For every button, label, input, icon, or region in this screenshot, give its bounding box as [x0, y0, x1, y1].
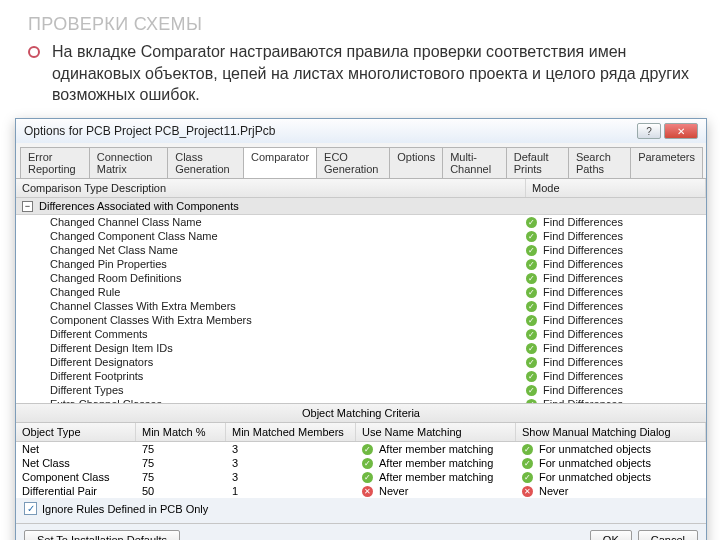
cell-desc: Changed Rule	[16, 286, 526, 298]
criteria-row[interactable]: Differential Pair501✕Never✕Never	[16, 484, 706, 498]
checkbox-label: Ignore Rules Defined in PCB Only	[42, 503, 208, 515]
bullet-row: На вкладке Comparator настраиваются прав…	[0, 41, 720, 116]
cell-desc: Component Classes With Extra Members	[16, 314, 526, 326]
grid-rows: Changed Channel Class Name✓Find Differen…	[16, 215, 706, 403]
cell-mode[interactable]: ✓Find Differences	[526, 258, 706, 270]
tab-options[interactable]: Options	[389, 147, 443, 178]
ok-button[interactable]: OK	[590, 530, 632, 540]
tab-error-reporting[interactable]: Error Reporting	[20, 147, 90, 178]
table-row[interactable]: Changed Net Class Name✓Find Differences	[16, 243, 706, 257]
check-icon: ✓	[526, 287, 537, 298]
check-icon: ✓	[526, 343, 537, 354]
check-icon: ✓	[362, 444, 373, 455]
dialog-footer: Set To Installation Defaults OK Cancel	[16, 523, 706, 540]
cell-mode[interactable]: ✓Find Differences	[526, 314, 706, 326]
check-icon: ✓	[526, 357, 537, 368]
cell-mode[interactable]: ✓Find Differences	[526, 216, 706, 228]
comparator-panel: Comparison Type Description Mode − Diffe…	[16, 179, 706, 540]
cell-mode[interactable]: ✓Find Differences	[526, 398, 706, 403]
group-row[interactable]: − Differences Associated with Components	[16, 198, 706, 215]
check-icon: ✓	[526, 301, 537, 312]
table-row[interactable]: Extra Channel Classes✓Find Differences	[16, 397, 706, 403]
cell-desc: Extra Channel Classes	[16, 398, 526, 403]
table-row[interactable]: Channel Classes With Extra Members✓Find …	[16, 299, 706, 313]
tab-multi-channel[interactable]: Multi-Channel	[442, 147, 507, 178]
cell-mode[interactable]: ✓Find Differences	[526, 244, 706, 256]
tab-eco-generation[interactable]: ECO Generation	[316, 147, 390, 178]
tab-parameters[interactable]: Parameters	[630, 147, 703, 178]
check-icon: ✓	[526, 245, 537, 256]
check-icon: ✓	[522, 458, 533, 469]
table-row[interactable]: Changed Rule✓Find Differences	[16, 285, 706, 299]
col-use-name[interactable]: Use Name Matching	[356, 423, 516, 441]
tabs: Error ReportingConnection MatrixClass Ge…	[16, 143, 706, 179]
col-min-members[interactable]: Min Matched Members	[226, 423, 356, 441]
criteria-title: Object Matching Criteria	[16, 403, 706, 423]
cell-mode[interactable]: ✓Find Differences	[526, 370, 706, 382]
cell-mode[interactable]: ✓Find Differences	[526, 286, 706, 298]
tab-comparator[interactable]: Comparator	[243, 147, 317, 178]
tab-search-paths[interactable]: Search Paths	[568, 147, 631, 178]
check-icon: ✓	[526, 273, 537, 284]
cell-mode[interactable]: ✓Find Differences	[526, 272, 706, 284]
cell-desc: Changed Component Class Name	[16, 230, 526, 242]
cell-mode[interactable]: ✓Find Differences	[526, 342, 706, 354]
table-row[interactable]: Changed Room Definitions✓Find Difference…	[16, 271, 706, 285]
titlebar: Options for PCB Project PCB_Project11.Pr…	[16, 119, 706, 143]
table-row[interactable]: Component Classes With Extra Members✓Fin…	[16, 313, 706, 327]
criteria-row[interactable]: Net Class753✓After member matching✓For u…	[16, 456, 706, 470]
cell-mode[interactable]: ✓Find Differences	[526, 300, 706, 312]
cell-mode[interactable]: ✓Find Differences	[526, 328, 706, 340]
cell-desc: Channel Classes With Extra Members	[16, 300, 526, 312]
cell-desc: Different Types	[16, 384, 526, 396]
col-desc[interactable]: Comparison Type Description	[16, 179, 526, 197]
help-button[interactable]: ?	[637, 123, 661, 139]
check-icon: ✓	[526, 399, 537, 404]
bullet-text: На вкладке Comparator настраиваются прав…	[52, 41, 692, 106]
table-row[interactable]: Different Design Item IDs✓Find Differenc…	[16, 341, 706, 355]
cross-icon: ✕	[362, 486, 373, 497]
tab-connection-matrix[interactable]: Connection Matrix	[89, 147, 168, 178]
options-dialog: Options for PCB Project PCB_Project11.Pr…	[15, 118, 707, 540]
tab-class-generation[interactable]: Class Generation	[167, 147, 244, 178]
table-row[interactable]: Different Types✓Find Differences	[16, 383, 706, 397]
set-defaults-button[interactable]: Set To Installation Defaults	[24, 530, 180, 540]
ignore-rules-checkbox[interactable]: ✓ Ignore Rules Defined in PCB Only	[24, 502, 698, 515]
close-button[interactable]: ✕	[664, 123, 698, 139]
cell-desc: Changed Room Definitions	[16, 272, 526, 284]
cancel-button[interactable]: Cancel	[638, 530, 698, 540]
collapse-icon[interactable]: −	[22, 201, 33, 212]
table-row[interactable]: Changed Pin Properties✓Find Differences	[16, 257, 706, 271]
col-object-type[interactable]: Object Type	[16, 423, 136, 441]
cell-mode[interactable]: ✓Find Differences	[526, 356, 706, 368]
check-icon: ✓	[526, 385, 537, 396]
cell-mode[interactable]: ✓Find Differences	[526, 230, 706, 242]
table-row[interactable]: Different Comments✓Find Differences	[16, 327, 706, 341]
criteria-row[interactable]: Component Class753✓After member matching…	[16, 470, 706, 484]
table-row[interactable]: Different Footprints✓Find Differences	[16, 369, 706, 383]
col-show-dialog[interactable]: Show Manual Matching Dialog	[516, 423, 706, 441]
criteria-header: Object Type Min Match % Min Matched Memb…	[16, 423, 706, 442]
criteria-row[interactable]: Net753✓After member matching✓For unmatch…	[16, 442, 706, 456]
cross-icon: ✕	[522, 486, 533, 497]
check-icon: ✓	[526, 217, 537, 228]
col-min-match[interactable]: Min Match %	[136, 423, 226, 441]
cell-desc: Changed Pin Properties	[16, 258, 526, 270]
cell-desc: Different Designators	[16, 356, 526, 368]
bullet-icon	[28, 46, 40, 58]
check-icon: ✓	[526, 371, 537, 382]
table-row[interactable]: Different Designators✓Find Differences	[16, 355, 706, 369]
group-label: Differences Associated with Components	[39, 200, 239, 212]
cell-desc: Different Design Item IDs	[16, 342, 526, 354]
check-icon: ✓	[522, 444, 533, 455]
col-mode[interactable]: Mode	[526, 179, 706, 197]
check-icon: ✓	[362, 458, 373, 469]
cell-desc: Changed Channel Class Name	[16, 216, 526, 228]
table-row[interactable]: Changed Component Class Name✓Find Differ…	[16, 229, 706, 243]
table-row[interactable]: Changed Channel Class Name✓Find Differen…	[16, 215, 706, 229]
cell-mode[interactable]: ✓Find Differences	[526, 384, 706, 396]
grid-header: Comparison Type Description Mode	[16, 179, 706, 198]
cell-desc: Different Footprints	[16, 370, 526, 382]
subfooter: ✓ Ignore Rules Defined in PCB Only	[16, 498, 706, 523]
tab-default-prints[interactable]: Default Prints	[506, 147, 569, 178]
